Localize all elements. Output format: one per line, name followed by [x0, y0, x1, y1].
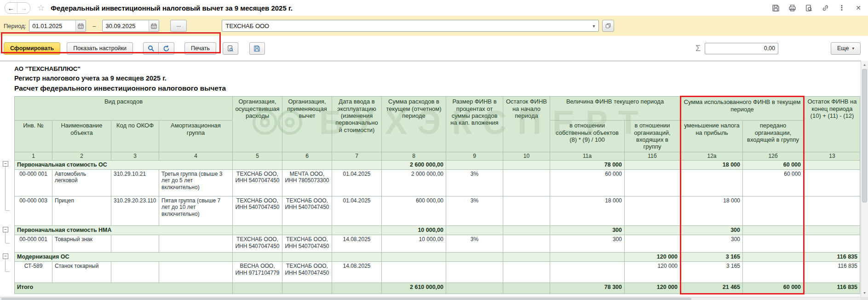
calendar-icon[interactable]	[75, 20, 86, 31]
forward-button[interactable]: →	[17, 3, 30, 13]
autosum-field[interactable]	[705, 43, 778, 54]
data-row[interactable]: 00-000 001Товарный знакТЕХСНАБ ООО, ИНН …	[15, 235, 860, 253]
table-cell[interactable]	[804, 225, 860, 235]
data-row[interactable]: 00-000 001Автомобиль легковой310.29.10.2…	[15, 169, 860, 196]
table-cell[interactable]	[503, 225, 550, 235]
table-cell[interactable]: 310.29.20.23.110	[111, 196, 159, 225]
date-to-input[interactable]	[103, 20, 149, 31]
table-cell[interactable]: 78 000	[550, 160, 625, 169]
save-result-button[interactable]	[249, 42, 265, 55]
table-cell[interactable]: 3%	[446, 235, 503, 253]
table-cell[interactable]: 300	[681, 235, 743, 253]
table-cell[interactable]	[503, 196, 550, 225]
table-cell[interactable]: МЕЧТА ООО, ИНН 7805073300	[282, 169, 332, 196]
table-cell[interactable]	[625, 169, 681, 196]
chevron-down-icon[interactable]: ▾	[591, 23, 597, 29]
table-cell[interactable]	[446, 253, 503, 262]
table-cell[interactable]: 14.08.2025	[332, 262, 382, 283]
table-cell[interactable]: Товарный знак	[52, 235, 111, 253]
table-cell[interactable]: 60 000	[743, 160, 804, 169]
table-cell[interactable]	[503, 160, 550, 169]
table-cell[interactable]	[804, 160, 860, 169]
table-cell[interactable]: 300	[681, 225, 743, 235]
tree-expander[interactable]: −	[3, 161, 8, 167]
table-cell[interactable]	[804, 235, 860, 253]
scroll-down-icon[interactable]: ▼	[861, 289, 868, 296]
table-cell[interactable]: 116 835	[804, 283, 860, 294]
table-cell[interactable]: 78 300	[550, 283, 625, 294]
table-cell[interactable]	[111, 262, 159, 283]
table-cell[interactable]: 60 000	[743, 169, 804, 196]
table-cell[interactable]	[743, 253, 804, 262]
organization-open-button[interactable]	[602, 20, 614, 32]
table-cell[interactable]	[625, 196, 681, 225]
table-cell[interactable]: 01.04.2025	[332, 169, 382, 196]
table-cell[interactable]	[503, 169, 550, 196]
table-cell[interactable]	[159, 235, 233, 253]
link-icon[interactable]	[821, 4, 829, 12]
table-cell[interactable]	[503, 235, 550, 253]
vertical-scrollbar[interactable]: ▲ ▼	[861, 61, 868, 297]
tree-expander[interactable]: −	[3, 254, 8, 259]
table-cell[interactable]: ВЕСНА ООО, ИНН 9717104779	[233, 262, 282, 283]
table-cell[interactable]	[332, 160, 382, 169]
table-cell[interactable]: 60 000	[743, 283, 804, 294]
data-row[interactable]: 00-000 003Прицеп310.29.20.23.110Пятая гр…	[15, 196, 860, 225]
organization-select[interactable]: ТЕХСНАБ ООО ▾	[222, 20, 599, 32]
table-cell[interactable]: 00-000 001	[15, 169, 52, 196]
table-cell[interactable]: 116 835	[804, 262, 860, 283]
data-row[interactable]: СТ-589Станок токарныйВЕСНА ООО, ИНН 9717…	[15, 262, 860, 283]
table-cell[interactable]: 60 000	[550, 169, 625, 196]
table-cell[interactable]	[625, 235, 681, 253]
table-cell[interactable]	[743, 262, 804, 283]
print-icon[interactable]	[788, 4, 796, 12]
more-button[interactable]: Еще ▾	[831, 42, 861, 55]
table-cell[interactable]: 310.29.10.21	[111, 169, 159, 196]
table-cell[interactable]: 00-000 001	[15, 235, 52, 253]
group-label[interactable]: Модернизация ОС	[15, 253, 233, 262]
search-icon[interactable]	[143, 42, 159, 55]
generate-button[interactable]: Сформировать	[4, 42, 60, 55]
table-cell[interactable]	[233, 283, 282, 294]
group-label[interactable]: Первоначальная стоимость НМА	[15, 225, 233, 235]
table-cell[interactable]	[743, 225, 804, 235]
scroll-up-icon[interactable]: ▲	[861, 61, 868, 68]
table-cell[interactable]: 300	[550, 225, 625, 235]
table-cell[interactable]: 3 165	[681, 253, 743, 262]
more-menu-icon[interactable]: ⋮	[838, 4, 846, 12]
table-cell[interactable]	[111, 235, 159, 253]
table-cell[interactable]: 18 000	[550, 196, 625, 225]
table-cell[interactable]	[332, 253, 382, 262]
table-cell[interactable]	[382, 262, 446, 283]
date-from-input[interactable]	[29, 20, 75, 31]
calendar-icon[interactable]	[149, 20, 159, 31]
table-cell[interactable]: 2 000 000,00	[382, 169, 446, 196]
table-cell[interactable]: 14.08.2025	[332, 235, 382, 253]
table-cell[interactable]	[446, 225, 503, 235]
table-cell[interactable]	[550, 253, 625, 262]
table-cell[interactable]	[282, 283, 332, 294]
table-cell[interactable]: 120 000	[625, 253, 681, 262]
table-cell[interactable]: 18 000	[681, 160, 743, 169]
group-label[interactable]: Первоначальная стоимость ОС	[15, 160, 233, 169]
horizontal-scrollbar[interactable]	[0, 297, 861, 300]
table-cell[interactable]: 01.04.2025	[332, 196, 382, 225]
table-cell[interactable]: Пятая группа (свыше 7 лет до 10 лет вклю…	[159, 196, 233, 225]
table-cell[interactable]: Станок токарный	[52, 262, 111, 283]
table-cell[interactable]: 00-000 003	[15, 196, 52, 225]
table-cell[interactable]: 10 000,00	[382, 235, 446, 253]
table-cell[interactable]: 120 000	[625, 283, 681, 294]
table-cell[interactable]	[233, 160, 282, 169]
table-cell[interactable]	[681, 169, 743, 196]
group-row[interactable]: Первоначальная стоимость НМА10 000,00300…	[15, 225, 860, 235]
table-cell[interactable]	[233, 253, 282, 262]
table-cell[interactable]: 2 600 000,00	[382, 160, 446, 169]
table-cell[interactable]	[382, 253, 446, 262]
show-settings-button[interactable]: Показать настройки	[67, 42, 133, 55]
horizontal-scroll-thumb[interactable]	[1, 298, 691, 300]
table-cell[interactable]	[625, 160, 681, 169]
table-cell[interactable]	[332, 225, 382, 235]
table-cell[interactable]	[446, 160, 503, 169]
table-cell[interactable]	[804, 196, 860, 225]
table-cell[interactable]	[503, 253, 550, 262]
